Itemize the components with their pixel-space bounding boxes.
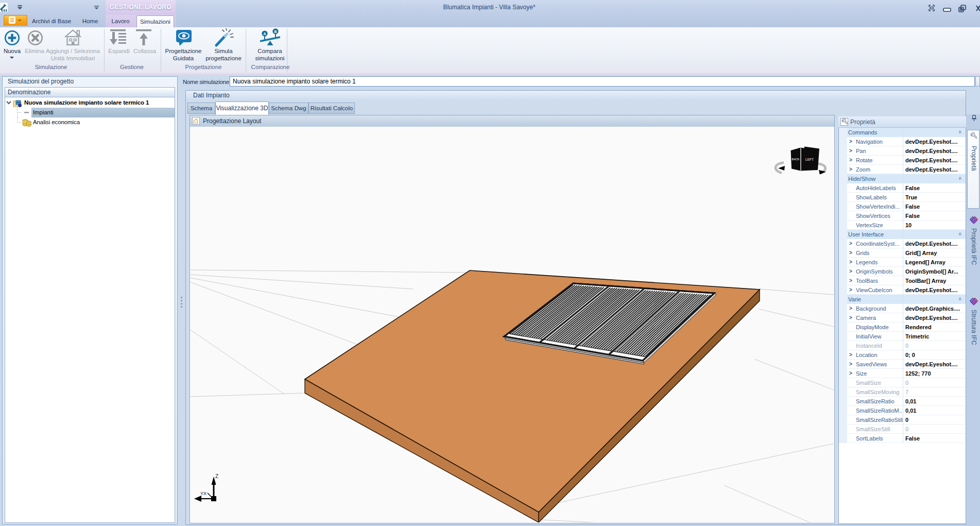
- svg-text:A: A: [263, 32, 266, 36]
- svg-text:LEFT: LEFT: [805, 158, 814, 161]
- svg-text:YX: YX: [200, 491, 207, 496]
- svg-text:BACK: BACK: [792, 158, 800, 161]
- svg-text:B: B: [274, 30, 277, 33]
- svg-text:Z: Z: [215, 473, 218, 479]
